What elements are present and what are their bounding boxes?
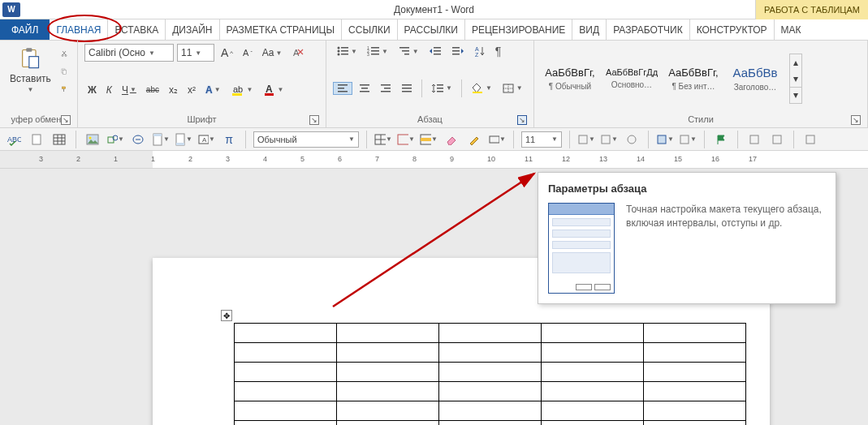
- style-normal[interactable]: АаБбВвГг, ¶ Обычный: [541, 54, 599, 104]
- qa-misc1-icon[interactable]: ▼: [577, 131, 595, 148]
- tab-developer[interactable]: РАЗРАБОТЧИК: [607, 19, 690, 40]
- multilevel-list-button[interactable]: ▼: [395, 45, 422, 58]
- tab-file[interactable]: ФАЙЛ: [0, 19, 50, 40]
- qa-style-select[interactable]: Обычный▼: [253, 131, 359, 148]
- justify-button[interactable]: [398, 83, 416, 94]
- svg-rect-17: [341, 50, 348, 52]
- subscript-button[interactable]: x₂: [166, 84, 181, 97]
- align-left-button[interactable]: [333, 82, 352, 95]
- copy-button[interactable]: [58, 65, 71, 78]
- paragraph-launcher[interactable]: ↘: [517, 115, 527, 125]
- style-nointerval[interactable]: АаБбВвГг, ¶ Без инт…: [664, 54, 723, 104]
- tab-mailings[interactable]: РАССЫЛКИ: [398, 19, 465, 40]
- tab-design[interactable]: ДИЗАЙН: [166, 19, 219, 40]
- document-table[interactable]: [234, 323, 746, 425]
- borders-button[interactable]: ▼: [499, 82, 526, 95]
- qa-delete-table-icon[interactable]: ▼: [397, 131, 415, 148]
- qa-table-icon[interactable]: [50, 131, 68, 148]
- decrease-indent-button[interactable]: [425, 45, 445, 58]
- cut-button[interactable]: [58, 47, 71, 60]
- tab-home[interactable]: ГЛАВНАЯ: [50, 19, 108, 40]
- svg-rect-81: [579, 135, 587, 144]
- qa-new-icon[interactable]: [28, 131, 45, 148]
- qa-spellcheck-icon[interactable]: ABC: [5, 131, 23, 148]
- styles-launcher[interactable]: ↘: [851, 115, 861, 125]
- svg-rect-19: [341, 54, 348, 55]
- qa-misc3-icon[interactable]: [623, 131, 641, 148]
- qa-insert-table-icon[interactable]: ▼: [374, 131, 392, 148]
- styles-scroll-down[interactable]: ▾: [790, 71, 801, 87]
- numbering-button[interactable]: 123▼: [364, 45, 391, 58]
- svg-rect-57: [32, 135, 41, 144]
- ruler-number: 3: [226, 155, 230, 163]
- qa-header-icon[interactable]: ▼: [152, 131, 170, 148]
- align-center-button[interactable]: [356, 83, 374, 94]
- svg-text:3: 3: [367, 52, 369, 57]
- tab-constructor[interactable]: КОНСТРУКТОР: [690, 19, 775, 40]
- strikethrough-button[interactable]: abc: [143, 84, 162, 95]
- qa-misc8-icon[interactable]: [801, 131, 819, 148]
- font-size-select[interactable]: 11▼: [177, 44, 214, 62]
- qa-insert-row-icon[interactable]: ▼: [420, 131, 438, 148]
- shrink-font-button[interactable]: Aˇ: [240, 47, 256, 58]
- qa-fontsize-select[interactable]: 11▼: [521, 131, 562, 148]
- tab-view[interactable]: ВИД: [572, 19, 607, 40]
- tab-page-layout[interactable]: РАЗМЕТКА СТРАНИЦЫ: [220, 19, 343, 40]
- grow-font-button[interactable]: A^: [218, 45, 236, 60]
- qa-eraser-icon[interactable]: [443, 131, 460, 148]
- table-move-handle[interactable]: ✥: [221, 310, 232, 321]
- italic-button[interactable]: К: [103, 84, 115, 97]
- change-case-button[interactable]: Aa▼: [259, 46, 286, 59]
- text-effects-button[interactable]: A▼: [202, 84, 224, 97]
- tab-insert[interactable]: ВСТАВКА: [108, 19, 166, 40]
- qa-misc6-icon[interactable]: [745, 131, 763, 148]
- horizontal-ruler[interactable]: 3211234567891011121314151617: [0, 151, 868, 169]
- svg-rect-49: [437, 84, 443, 86]
- group-paragraph: ▼ 123▼ ▼ AZ ¶ ▼ ▼ ▼ Абзац ↘: [326, 41, 534, 127]
- paste-button[interactable]: Вставить ▼: [6, 44, 54, 95]
- bold-button[interactable]: Ж: [84, 84, 100, 97]
- qa-flag-icon[interactable]: [712, 131, 730, 148]
- qa-merge-icon[interactable]: ▼: [488, 131, 506, 148]
- style-nospacing[interactable]: АаБбВвГгДд Основно…: [602, 54, 661, 104]
- line-spacing-button[interactable]: ▼: [428, 82, 456, 95]
- format-painter-button[interactable]: [58, 83, 71, 96]
- table-tools-context-tab[interactable]: РАБОТА С ТАБЛИЦАМ: [755, 0, 868, 19]
- qa-hyperlink-icon[interactable]: [129, 131, 147, 148]
- tab-references[interactable]: ССЫЛКИ: [342, 19, 397, 40]
- qa-misc4-icon[interactable]: ▼: [656, 131, 674, 148]
- style-heading1[interactable]: АаБбВв Заголово…: [726, 54, 784, 104]
- font-launcher[interactable]: ↘: [309, 115, 319, 125]
- clipboard-launcher[interactable]: ↘: [61, 115, 71, 125]
- qa-pencil-icon[interactable]: [465, 131, 483, 148]
- tab-review[interactable]: РЕЦЕНЗИРОВАНИЕ: [465, 19, 572, 40]
- font-color-button[interactable]: A▼: [260, 83, 287, 97]
- svg-rect-71: [176, 143, 184, 145]
- clear-formatting-button[interactable]: A: [288, 45, 308, 60]
- svg-rect-27: [402, 50, 409, 52]
- qa-misc2-icon[interactable]: ▼: [600, 131, 618, 148]
- word-app-icon: W: [2, 2, 20, 17]
- svg-rect-25: [371, 54, 379, 55]
- superscript-button[interactable]: x²: [184, 84, 199, 97]
- styles-scroll-up[interactable]: ▴: [790, 54, 801, 71]
- font-family-select[interactable]: Calibri (Осно▼: [84, 44, 174, 62]
- qa-textbox-icon[interactable]: A▼: [197, 131, 215, 148]
- qa-equation-icon[interactable]: π: [220, 131, 238, 148]
- highlight-button[interactable]: ab▼: [227, 83, 257, 97]
- tab-table-layout[interactable]: МАК: [775, 19, 808, 40]
- qa-shapes-icon[interactable]: ▼: [106, 131, 124, 148]
- bullets-button[interactable]: ▼: [333, 45, 361, 58]
- qa-misc5-icon[interactable]: ▼: [679, 131, 697, 148]
- increase-indent-button[interactable]: [448, 45, 468, 58]
- show-marks-button[interactable]: ¶: [492, 44, 505, 58]
- shading-button[interactable]: ▼: [468, 82, 495, 95]
- qa-picture-icon[interactable]: [84, 131, 101, 148]
- qa-misc7-icon[interactable]: [768, 131, 786, 148]
- align-right-button[interactable]: [377, 83, 395, 94]
- styles-expand[interactable]: ▾: [790, 87, 801, 103]
- svg-text:A: A: [293, 48, 300, 58]
- sort-button[interactable]: AZ: [471, 45, 489, 58]
- underline-button[interactable]: Ч▼: [119, 84, 140, 97]
- qa-footer-icon[interactable]: ▼: [175, 131, 192, 148]
